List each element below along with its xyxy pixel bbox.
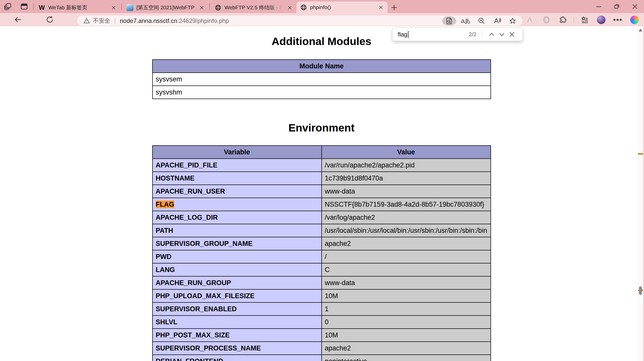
table-row: APACHE_LOG_DIR/var/log/apache2 xyxy=(153,211,491,224)
scrollbar-thumb[interactable] xyxy=(639,286,642,295)
tab-actions-icon[interactable] xyxy=(16,0,32,13)
security-chip[interactable]: 不安全 xyxy=(83,17,110,25)
workspaces-icon[interactable] xyxy=(0,0,16,13)
value-cell: 10M xyxy=(322,289,491,302)
scrollbar-track[interactable] xyxy=(638,26,643,361)
table-row: APACHE_PID_FILE/var/run/apache2/apache2.… xyxy=(153,159,491,172)
variable-cell: APACHE_LOG_DIR xyxy=(153,211,322,224)
variable-cell: SUPERVISOR_PROCESS_NAME xyxy=(153,342,322,355)
copilot-icon[interactable] xyxy=(627,15,641,25)
new-tab-button[interactable] xyxy=(388,2,401,13)
toolbar-separator xyxy=(574,17,574,23)
table-row: LANGC xyxy=(153,263,491,276)
address-bar-icons: aあ xyxy=(442,16,519,26)
table-row: PHP_UPLOAD_MAX_FILESIZE10M xyxy=(153,289,491,302)
close-find-icon[interactable] xyxy=(507,29,517,39)
more-options-icon[interactable]: ••• xyxy=(611,15,625,25)
page-content: Additional ModulesModule Namesysvsemsysv… xyxy=(0,26,643,361)
favorite-star-icon[interactable] xyxy=(507,16,519,26)
phpinfo-table: VariableValueAPACHE_PID_FILE/var/run/apa… xyxy=(152,145,491,361)
tabs-container: WWeTab 新标签页[第五空间 2021]WebFTP | NSSCTFWeb… xyxy=(35,0,388,13)
tab-title: phpinfo() xyxy=(310,4,374,10)
table-header: Variable xyxy=(153,146,322,159)
extensions-puzzle-icon[interactable] xyxy=(556,15,570,25)
value-cell: /var/log/apache2 xyxy=(322,211,491,224)
phpinfo-table: Module Namesysvsemsysvshm xyxy=(152,59,491,99)
address-separator xyxy=(115,18,115,24)
table-row: HOSTNAME1c739b91d8f0470a xyxy=(153,172,491,185)
read-aloud-icon[interactable] xyxy=(491,16,503,26)
favorites-list-icon[interactable] xyxy=(578,15,592,25)
find-input[interactable]: flag xyxy=(398,31,408,38)
translate-icon[interactable]: aあ xyxy=(460,16,472,26)
variable-cell: LANG xyxy=(153,263,322,276)
value-cell: 0 xyxy=(322,315,491,329)
value-cell: apache2 xyxy=(322,342,491,355)
table-row: SUPERVISOR_GROUP_NAMEapache2 xyxy=(153,237,491,250)
extension-ring-icon[interactable] xyxy=(539,15,553,25)
security-label: 不安全 xyxy=(93,17,110,25)
minimize-icon[interactable] xyxy=(590,0,608,13)
scrollbar-up-arrow-icon[interactable] xyxy=(639,29,642,31)
warning-triangle-icon xyxy=(83,18,90,24)
zoom-in-icon[interactable] xyxy=(475,16,487,26)
profile-avatar[interactable] xyxy=(594,15,608,25)
next-match-icon[interactable] xyxy=(497,29,507,39)
value-cell: 1 xyxy=(322,302,491,315)
text-caret xyxy=(408,31,408,38)
avatar xyxy=(597,16,605,24)
url-host: node7.anna.nssctf.cn xyxy=(120,17,177,24)
table-row: sysvshm xyxy=(153,86,491,99)
variable-cell: SUPERVISOR_ENABLED xyxy=(153,302,322,315)
extension-triangle-icon[interactable] xyxy=(523,15,537,25)
toolbar-right-icons: ••• xyxy=(523,15,641,25)
site-avatar-icon xyxy=(126,4,133,11)
value-cell: C xyxy=(322,263,491,276)
tab-item[interactable]: WWeTab 新标签页 xyxy=(35,2,120,13)
variable-cell: APACHE_RUN_GROUP xyxy=(153,276,322,289)
tab-strip-left-buttons xyxy=(0,0,35,13)
tab-separator xyxy=(121,3,122,10)
variable-cell: SHLVL xyxy=(153,315,322,329)
refresh-icon[interactable] xyxy=(43,14,57,25)
variable-cell: PATH xyxy=(153,224,322,237)
previous-match-icon[interactable] xyxy=(487,29,497,39)
find-document-icon[interactable] xyxy=(442,16,456,26)
table-header: Module Name xyxy=(153,60,491,73)
tab-title: WebFTP V2.5 终结版 - Powered by xyxy=(224,4,283,11)
find-separator xyxy=(482,31,482,38)
value-cell: www-data xyxy=(322,185,491,198)
address-bar[interactable]: 不安全 node7.anna.nssctf.cn:24629/phpinfo.p… xyxy=(77,16,522,26)
tab-separator xyxy=(209,3,210,10)
table-row: SUPERVISOR_PROCESS_NAMEapache2 xyxy=(153,342,491,355)
tab-item[interactable]: WebFTP V2.5 终结版 - Powered by xyxy=(211,2,296,13)
variable-cell: DEBIAN_FRONTEND xyxy=(153,355,322,361)
value-cell: / xyxy=(322,250,491,263)
close-icon[interactable] xyxy=(626,0,644,13)
restore-icon[interactable] xyxy=(608,0,626,13)
window-controls xyxy=(590,0,644,13)
tab-item[interactable]: [第五空间 2021]WebFTP | NSSCTF xyxy=(123,2,208,13)
back-icon[interactable] xyxy=(11,14,25,25)
tab-active[interactable]: phpinfo() xyxy=(296,2,388,13)
window-edge xyxy=(643,26,644,361)
tab-close-icon[interactable] xyxy=(110,4,117,11)
tab-close-icon[interactable] xyxy=(286,4,293,11)
tab-close-icon[interactable] xyxy=(377,4,385,11)
variable-cell: PHP_POST_MAX_SIZE xyxy=(153,329,322,342)
module-cell: sysvsem xyxy=(153,73,491,86)
find-in-page-bar: flag 2/2 xyxy=(392,28,523,41)
value-cell: 10M xyxy=(322,329,491,342)
tab-close-icon[interactable] xyxy=(198,4,205,11)
tab-title: WeTab 新标签页 xyxy=(48,4,107,11)
table-row: DEBIAN_FRONTENDnoninteractive xyxy=(153,355,491,361)
value-cell: www-data xyxy=(322,276,491,289)
variable-cell: FLAG xyxy=(153,198,322,211)
variable-cell: APACHE_RUN_USER xyxy=(153,185,322,198)
table-row: PWD/ xyxy=(153,250,491,263)
table-row: FLAGNSSCTF{8b7b7159-3ad8-4a2d-8b57-19bc7… xyxy=(153,198,491,211)
wetab-logo-icon: W xyxy=(38,4,45,11)
url-text: node7.anna.nssctf.cn:24629/phpinfo.php xyxy=(120,17,229,24)
browser-toolbar: 不安全 node7.anna.nssctf.cn:24629/phpinfo.p… xyxy=(0,13,644,26)
table-row: sysvsem xyxy=(153,73,491,86)
